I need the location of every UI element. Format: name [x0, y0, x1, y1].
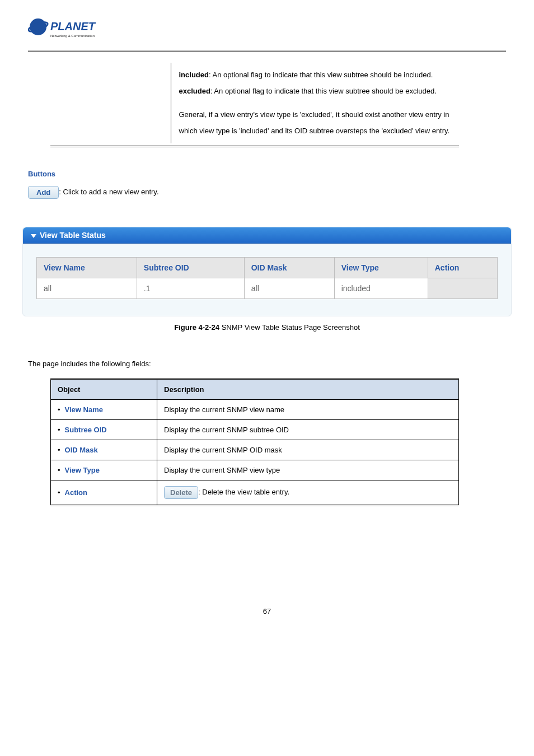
fields-table: Object Description •View Name Display th… [50, 378, 459, 506]
included-label: included [179, 71, 209, 79]
th-view-name: View Name [37, 258, 137, 278]
table-row: •Subtree OID Display the current SNMP su… [51, 420, 459, 440]
desc-view-name: Display the current SNMP view name [157, 400, 459, 420]
page-number: 67 [28, 607, 506, 615]
fields-th-object: Object [51, 379, 157, 400]
desc-oid-mask: Display the current SNMP OID mask [157, 440, 459, 460]
obj-action: Action [65, 488, 87, 497]
delete-text: : Delete the view table entry. [198, 488, 289, 496]
buttons-heading: Buttons [28, 170, 506, 178]
td-view-type: included [334, 278, 428, 299]
th-subtree-oid: Subtree OID [137, 258, 244, 278]
excluded-label: excluded [179, 87, 210, 95]
figure-label: Figure 4-2-24 [174, 323, 219, 332]
obj-oid-mask: OID Mask [65, 446, 98, 454]
svg-text:Networking & Communication: Networking & Communication [50, 34, 95, 38]
figure-caption: Figure 4-2-24 SNMP View Table Status Pag… [28, 323, 506, 332]
table-row: •OID Mask Display the current SNMP OID m… [51, 440, 459, 460]
td-oid-mask: all [244, 278, 334, 299]
fields-intro: The page includes the following fields: [28, 360, 506, 368]
logo: PLANET Networking & Communication [28, 17, 506, 45]
obj-subtree-oid: Subtree OID [65, 426, 107, 434]
add-button[interactable]: Add [28, 186, 59, 199]
table-row: •Action Delete: Delete the view table en… [51, 480, 459, 506]
add-button-text: : Click to add a new view entry. [59, 188, 158, 196]
svg-text:PLANET: PLANET [50, 20, 96, 32]
td-action [428, 278, 497, 299]
obj-view-type: View Type [65, 466, 100, 474]
general-text: General, if a view entry's view type is … [179, 107, 452, 139]
status-header[interactable]: View Table Status [23, 227, 511, 244]
td-subtree-oid: .1 [137, 278, 244, 299]
top-desc-right-cell: included: An optional flag to indicate t… [171, 63, 459, 143]
status-title: View Table Status [40, 231, 106, 240]
collapse-icon [31, 234, 36, 238]
table-row: •View Type Display the current SNMP view… [51, 460, 459, 480]
th-oid-mask: OID Mask [244, 258, 334, 278]
status-table: View Name Subtree OID OID Mask View Type… [36, 257, 498, 299]
excluded-text: : An optional flag to indicate that this… [210, 87, 437, 95]
table-row: •View Name Display the current SNMP view… [51, 400, 459, 420]
td-view-name: all [37, 278, 137, 299]
figure-text: SNMP View Table Status Page Screenshot [219, 323, 360, 332]
obj-view-name: View Name [65, 405, 103, 414]
delete-button[interactable]: Delete [164, 486, 198, 499]
top-desc-left-cell [50, 63, 171, 143]
th-view-type: View Type [334, 258, 428, 278]
planet-logo-icon: PLANET Networking & Communication [28, 17, 118, 44]
table-row: all .1 all included [37, 278, 498, 299]
fields-th-desc: Description [157, 379, 459, 400]
desc-subtree-oid: Display the current SNMP subtree OID [157, 420, 459, 440]
desc-view-type: Display the current SNMP view type [157, 460, 459, 480]
header-divider [28, 50, 506, 52]
top-table-divider [50, 146, 459, 147]
top-description-table: included: An optional flag to indicate t… [50, 63, 459, 143]
included-text: : An optional flag to indicate that this… [209, 71, 433, 79]
th-action: Action [428, 258, 497, 278]
view-table-status-panel: View Table Status View Name Subtree OID … [22, 227, 512, 316]
